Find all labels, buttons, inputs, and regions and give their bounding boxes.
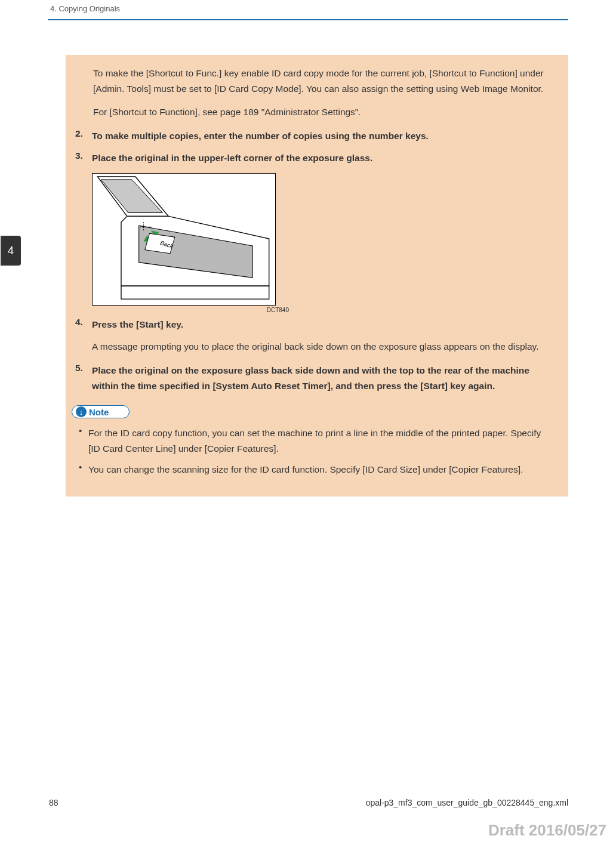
step-text: Place the original on the exposure glass… <box>92 363 550 393</box>
step-number: 5. <box>75 363 92 393</box>
step-5: 5. Place the original on the exposure gl… <box>70 363 550 393</box>
chapter-header: 4. Copying Originals <box>0 0 616 19</box>
draft-stamp: Draft 2016/05/27 <box>488 821 606 840</box>
scanner-svg: Back <box>93 174 275 305</box>
bullet-icon: • <box>79 462 88 477</box>
note-label: ↓ Note <box>72 405 130 418</box>
content-block: To make the [Shortcut to Func.] key enab… <box>66 55 568 497</box>
scanner-illustration: Back <box>92 173 276 306</box>
source-file: opal-p3_mf3_com_user_guide_gb_00228445_e… <box>366 798 568 807</box>
page-number: 88 <box>49 798 58 807</box>
page-footer: 88 opal-p3_mf3_com_user_guide_gb_0022844… <box>0 798 616 807</box>
step-number: 2. <box>75 128 92 144</box>
step-3: 3. Place the original in the upper-left … <box>70 150 550 166</box>
document-page: 4. Copying Originals 4 To make the [Shor… <box>0 0 616 848</box>
note-bullet-2: • You can change the scanning size for t… <box>70 462 550 477</box>
figure-caption: DCT840 <box>92 307 289 313</box>
step-text: Press the [Start] key. <box>92 317 183 332</box>
header-rule <box>48 19 568 20</box>
step-text: To make multiple copies, enter the numbe… <box>92 128 429 144</box>
bullet-icon: • <box>79 425 88 456</box>
step-number: 3. <box>75 150 92 166</box>
step-text: Place the original in the upper-left cor… <box>92 150 372 166</box>
intro-paragraph-1: To make the [Shortcut to Func.] key enab… <box>70 66 550 96</box>
bullet-text: You can change the scanning size for the… <box>88 462 523 477</box>
step-4-body: A message prompting you to place the ori… <box>70 339 550 354</box>
arrow-down-icon: ↓ <box>76 406 87 417</box>
figure-wrap: Back DCT840 <box>92 173 550 313</box>
step-number: 4. <box>75 317 92 332</box>
chapter-tab: 4 <box>1 236 21 266</box>
bullet-text: For the ID card copy function, you can s… <box>88 425 550 456</box>
intro-paragraph-2: For [Shortcut to Function], see page 189… <box>70 104 550 120</box>
note-bullet-1: • For the ID card copy function, you can… <box>70 425 550 456</box>
step-2: 2. To make multiple copies, enter the nu… <box>70 128 550 144</box>
step-4: 4. Press the [Start] key. <box>70 317 550 332</box>
note-text: Note <box>89 407 109 417</box>
